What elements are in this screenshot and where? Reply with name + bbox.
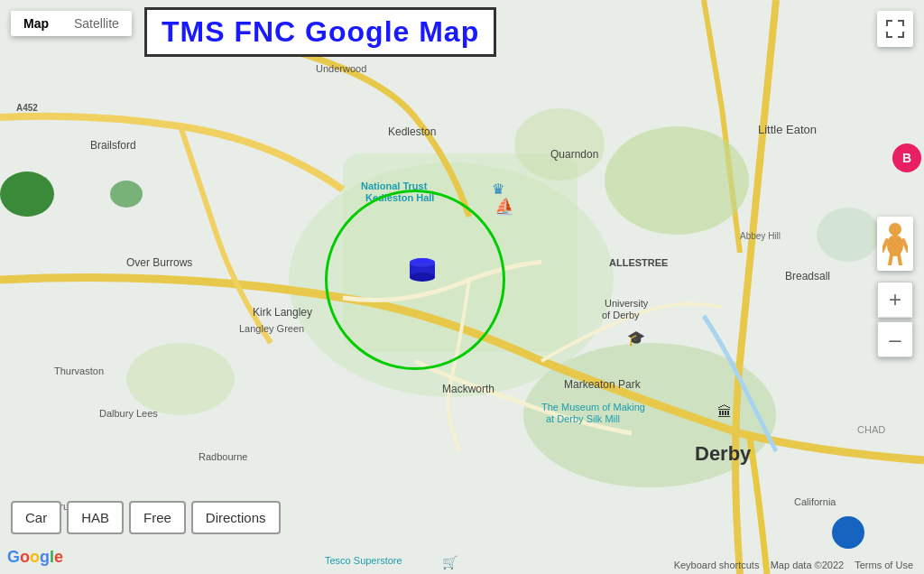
- right-controls: + –: [877, 217, 913, 357]
- svg-line-56: [899, 255, 901, 265]
- free-button[interactable]: Free: [129, 501, 186, 534]
- map-type-control: Map Satellite: [11, 11, 132, 36]
- svg-text:Over Burrows: Over Burrows: [126, 256, 192, 269]
- svg-text:A452: A452: [16, 103, 38, 113]
- terms-of-use-link[interactable]: Terms of Use: [855, 560, 913, 570]
- svg-point-3: [0, 171, 54, 217]
- map-container: B Mercaston Underwood Brailsford Kedlest…: [0, 0, 924, 574]
- svg-text:University: University: [605, 298, 649, 309]
- svg-point-8: [514, 108, 605, 181]
- svg-text:Mackworth: Mackworth: [442, 383, 494, 395]
- map-type-satellite-button[interactable]: Satellite: [61, 11, 132, 36]
- svg-text:CHAD: CHAD: [857, 424, 885, 435]
- svg-text:at Derby Silk Mill: at Derby Silk Mill: [546, 413, 620, 424]
- svg-text:of Derby: of Derby: [602, 310, 640, 320]
- svg-text:Thurvaston: Thurvaston: [54, 366, 104, 376]
- svg-point-51: [889, 223, 901, 236]
- svg-text:National Trust: National Trust: [361, 181, 428, 191]
- svg-text:Radbourne: Radbourne: [199, 451, 247, 462]
- svg-line-54: [903, 240, 908, 251]
- svg-text:Kirk Langley: Kirk Langley: [253, 306, 312, 319]
- map-type-map-button[interactable]: Map: [11, 11, 61, 36]
- svg-point-46: [832, 516, 864, 549]
- pegman-button[interactable]: [877, 217, 913, 271]
- map-title: TMS FNC Google Map: [162, 15, 479, 48]
- fullscreen-icon: [886, 20, 904, 38]
- map-background: B Mercaston Underwood Brailsford Kedlest…: [0, 0, 924, 574]
- svg-text:Langley Green: Langley Green: [239, 323, 304, 334]
- zoom-in-button[interactable]: +: [877, 282, 913, 318]
- svg-text:Kedleston Hall: Kedleston Hall: [365, 192, 434, 203]
- svg-text:Underwood: Underwood: [316, 63, 366, 74]
- svg-text:Kedleston: Kedleston: [388, 125, 436, 138]
- svg-text:🎓: 🎓: [627, 329, 645, 347]
- svg-text:⛵: ⛵: [494, 197, 515, 217]
- bottom-buttons: Car HAB Free Directions: [11, 501, 281, 534]
- svg-text:B: B: [902, 151, 911, 165]
- svg-point-52: [887, 235, 903, 256]
- svg-text:🛒: 🛒: [442, 555, 458, 570]
- svg-text:Brailsford: Brailsford: [90, 139, 136, 152]
- svg-text:Dalbury Lees: Dalbury Lees: [99, 408, 158, 419]
- svg-text:Tesco Superstore: Tesco Superstore: [325, 555, 402, 566]
- attribution: Keyboard shortcuts Map data ©2022 Terms …: [674, 560, 913, 570]
- svg-text:Derby: Derby: [695, 442, 752, 465]
- svg-text:Little Eaton: Little Eaton: [758, 123, 817, 136]
- svg-text:California: California: [794, 496, 836, 507]
- pegman-icon: [882, 222, 908, 265]
- svg-text:Markeaton Park: Markeaton Park: [564, 378, 642, 391]
- fullscreen-button[interactable]: [877, 11, 913, 47]
- svg-point-5: [817, 208, 880, 262]
- svg-point-9: [126, 343, 235, 415]
- svg-point-7: [605, 126, 749, 235]
- hab-button[interactable]: HAB: [67, 501, 124, 534]
- zoom-out-button[interactable]: –: [877, 321, 913, 357]
- svg-text:🏛: 🏛: [717, 404, 732, 420]
- svg-text:Abbey Hill: Abbey Hill: [740, 231, 781, 241]
- svg-point-4: [110, 181, 143, 208]
- title-box: TMS FNC Google Map: [144, 7, 496, 57]
- svg-line-53: [882, 240, 887, 251]
- map-data-label: Map data ©2022: [771, 560, 845, 570]
- keyboard-shortcuts-link[interactable]: Keyboard shortcuts: [674, 560, 760, 570]
- car-button[interactable]: Car: [11, 501, 61, 534]
- google-logo: Google: [7, 548, 63, 567]
- svg-line-55: [890, 255, 892, 265]
- svg-text:ALLESTREE: ALLESTREE: [609, 257, 668, 268]
- svg-text:Quarndon: Quarndon: [550, 148, 598, 161]
- svg-text:The Museum of Making: The Museum of Making: [541, 402, 645, 412]
- directions-button[interactable]: Directions: [191, 501, 281, 534]
- svg-text:♛: ♛: [492, 181, 504, 197]
- svg-text:Breadsall: Breadsall: [785, 270, 830, 282]
